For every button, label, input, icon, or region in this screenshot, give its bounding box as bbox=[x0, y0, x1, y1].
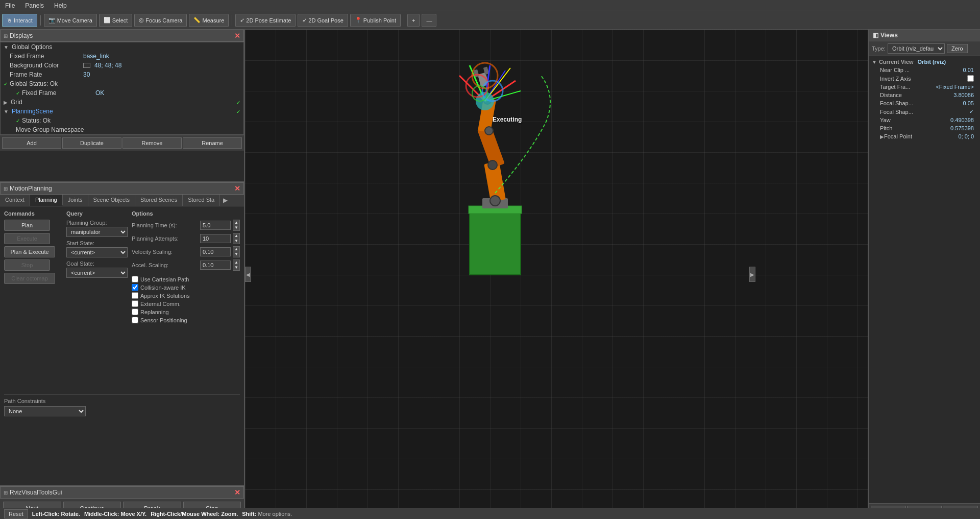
views-type-row: Type: Orbit (rviz_defau Zero bbox=[869, 41, 980, 56]
spin-up-icon-4[interactable]: ▲ bbox=[233, 260, 239, 265]
tab-stored-scenes[interactable]: Stored Scenes bbox=[135, 195, 183, 206]
left-panel: ⊞ Displays ✕ ▼ Global Options Fixed Fram… bbox=[0, 30, 245, 519]
velocity-scaling-input[interactable] bbox=[200, 247, 231, 256]
ps-arrow-icon: ▼ bbox=[4, 109, 9, 114]
tab-joints[interactable]: Joints bbox=[63, 195, 88, 206]
views-zero-button[interactable]: Zero bbox=[947, 44, 968, 53]
rename-button[interactable]: Rename bbox=[183, 137, 242, 149]
remove-button[interactable]: Remove bbox=[122, 137, 182, 149]
tab-stored-states[interactable]: Stored Sta bbox=[183, 195, 220, 206]
viewport-expand-handle[interactable]: ▶ bbox=[749, 267, 755, 282]
sensor-positioning-label: Sensor Positioning bbox=[140, 317, 187, 323]
pose-icon: ➶ bbox=[240, 17, 244, 23]
tree-item-frame-rate[interactable]: Frame Rate 30 bbox=[1, 70, 243, 79]
plus-button[interactable]: + bbox=[407, 14, 420, 27]
tab-planning[interactable]: Planning bbox=[30, 195, 63, 206]
planning-attempts-input[interactable] bbox=[200, 234, 231, 243]
viewport-collapse-handle[interactable]: ◀ bbox=[245, 267, 251, 282]
views-tree: ▼ Current View Orbit (rviz) Near Clip ..… bbox=[869, 56, 980, 503]
planning-attempts-spinner[interactable]: ▲ ▼ bbox=[233, 233, 240, 244]
planning-time-spinner[interactable]: ▲ ▼ bbox=[233, 220, 240, 231]
pose-estimate-button[interactable]: ➶ 2D Pose Estimate bbox=[235, 14, 296, 27]
interact-button[interactable]: 🖱 Interact bbox=[2, 14, 37, 27]
ff-ok-label: Fixed Frame bbox=[22, 89, 93, 97]
select-button[interactable]: ⬜ Select bbox=[99, 14, 133, 27]
spin-down-icon[interactable]: ▼ bbox=[233, 225, 239, 230]
spin-down-icon-3[interactable]: ▼ bbox=[233, 252, 239, 257]
cartesian-path-checkbox[interactable] bbox=[132, 276, 138, 282]
query-label: Query bbox=[66, 210, 128, 217]
motion-header[interactable]: ⊞ MotionPlanning ✕ bbox=[0, 182, 244, 195]
tree-item-grid[interactable]: ▶ Grid ✓ bbox=[1, 98, 243, 107]
menu-help[interactable]: Help bbox=[49, 1, 72, 10]
focus-icon: ◎ bbox=[139, 17, 144, 23]
spin-down-icon-2[interactable]: ▼ bbox=[233, 239, 239, 244]
accel-scaling-spinner[interactable]: ▲ ▼ bbox=[233, 260, 240, 271]
grid-arrow-icon: ▶ bbox=[4, 100, 8, 105]
dash-button[interactable]: — bbox=[422, 14, 436, 27]
reset-button[interactable]: Reset bbox=[4, 509, 28, 518]
tree-item-fixed-frame[interactable]: Fixed Frame base_link bbox=[1, 52, 243, 61]
move-camera-button[interactable]: 📷 Move Camera bbox=[44, 14, 97, 27]
tree-item-planning-scene[interactable]: ▼ PlanningScene ✓ bbox=[1, 107, 243, 116]
menu-panels[interactable]: Panels bbox=[20, 1, 49, 10]
fixed-frame-label: Fixed Frame bbox=[10, 53, 81, 60]
publish-point-button[interactable]: 📍 Publish Point bbox=[350, 14, 401, 27]
plan-execute-button[interactable]: Plan & Execute bbox=[4, 246, 55, 257]
tree-item-global-status[interactable]: ✓ Global Status: Ok bbox=[1, 79, 243, 88]
external-comm-checkbox[interactable] bbox=[132, 300, 138, 307]
distance-val: 3.80086 bbox=[953, 92, 974, 98]
collision-ik-checkbox[interactable] bbox=[132, 284, 138, 291]
motion-close-icon[interactable]: ✕ bbox=[234, 184, 240, 193]
approx-ik-checkbox[interactable] bbox=[132, 292, 138, 299]
planning-group-select[interactable]: manipulator bbox=[66, 227, 128, 237]
views-type-select[interactable]: Orbit (rviz_defau bbox=[888, 43, 945, 54]
tab-more-icon[interactable]: ▶ bbox=[220, 195, 231, 206]
approx-ik-label: Approx IK Solutions bbox=[140, 293, 190, 299]
accel-scaling-input[interactable] bbox=[200, 261, 231, 270]
focus-camera-button[interactable]: ◎ Focus Camera bbox=[134, 14, 187, 27]
menu-file[interactable]: File bbox=[0, 1, 20, 10]
spin-up-icon-3[interactable]: ▲ bbox=[233, 247, 239, 252]
focal-shape2-label: Focal Shap... bbox=[880, 109, 969, 115]
tree-item-move-group[interactable]: Move Group Namespace bbox=[1, 125, 243, 134]
motion-icon: ⊞ bbox=[4, 186, 8, 192]
plan-button[interactable]: Plan bbox=[4, 220, 50, 231]
tree-item-global-options[interactable]: ▼ Global Options bbox=[1, 42, 243, 52]
tab-context[interactable]: Context bbox=[0, 195, 30, 206]
tree-item-status-ok[interactable]: ✓ Status: Ok bbox=[1, 116, 243, 125]
path-constraints-select[interactable]: None bbox=[4, 406, 86, 416]
spin-up-icon[interactable]: ▲ bbox=[233, 220, 239, 225]
replanning-checkbox[interactable] bbox=[132, 309, 138, 315]
goal-state-select[interactable]: <current> bbox=[66, 268, 128, 278]
spin-down-icon-4[interactable]: ▼ bbox=[233, 265, 239, 270]
goal-pose-button[interactable]: ➶ 2D Goal Pose bbox=[298, 14, 348, 27]
velocity-scaling-spinner[interactable]: ▲ ▼ bbox=[233, 246, 240, 257]
viewport[interactable]: Executing ◀ ▶ 31 fps bbox=[245, 30, 868, 519]
sensor-positioning-checkbox[interactable] bbox=[132, 317, 138, 323]
invert-z-checkbox[interactable] bbox=[967, 75, 974, 82]
more-options-label: More options. bbox=[258, 511, 292, 517]
current-view-header[interactable]: ▼ Current View Orbit (rviz) bbox=[872, 58, 977, 66]
displays-title: Displays bbox=[10, 32, 33, 39]
measure-button[interactable]: 📏 Measure bbox=[189, 14, 229, 27]
accel-scaling-label: Accel. Scaling: bbox=[132, 262, 198, 268]
add-button[interactable]: Add bbox=[2, 137, 61, 149]
tree-item-fixed-frame-ok[interactable]: ✓ Fixed Frame OK bbox=[1, 88, 243, 98]
tab-scene-objects[interactable]: Scene Objects bbox=[88, 195, 136, 206]
execute-button[interactable]: Execute bbox=[4, 233, 50, 244]
displays-header[interactable]: ⊞ Displays ✕ bbox=[0, 30, 244, 42]
duplicate-button[interactable]: Duplicate bbox=[62, 137, 121, 149]
rviz-header[interactable]: ⊞ RvizVisualToolsGui ✕ bbox=[0, 486, 244, 499]
start-state-select[interactable]: <current> bbox=[66, 247, 128, 257]
planning-time-input[interactable] bbox=[200, 221, 231, 230]
displays-close-icon[interactable]: ✕ bbox=[234, 32, 240, 40]
clear-octomap-button[interactable]: Clear octomap bbox=[4, 273, 55, 284]
stop-button[interactable]: Stop bbox=[4, 260, 50, 271]
color-swatch bbox=[83, 63, 90, 68]
rviz-close-icon[interactable]: ✕ bbox=[234, 488, 240, 497]
menubar: File Panels Help bbox=[0, 0, 980, 11]
spin-up-icon-2[interactable]: ▲ bbox=[233, 233, 239, 239]
tree-item-background-color[interactable]: Background Color 48; 48; 48 bbox=[1, 61, 243, 70]
distance-row: Distance 3.80086 bbox=[872, 91, 977, 99]
